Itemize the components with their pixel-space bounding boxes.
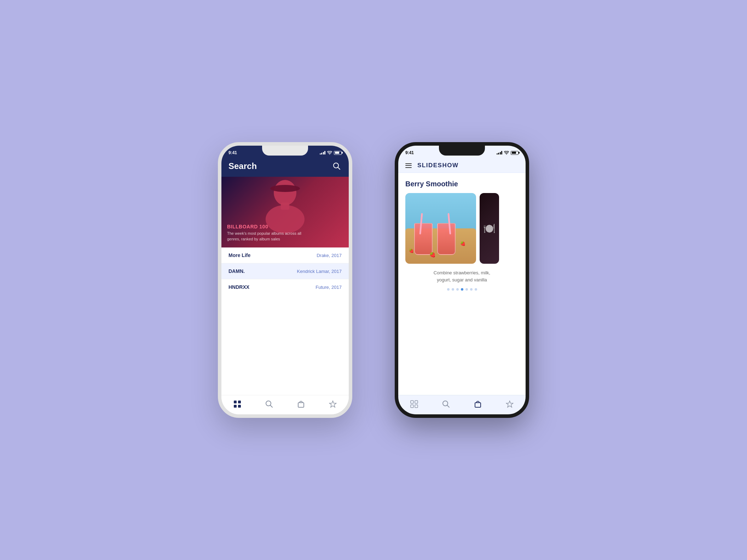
album-list: More Life Drake, 2017 DAMN. Kendrick Lam…: [221, 247, 349, 395]
slideshow-title: SLIDESHOW: [417, 162, 458, 169]
svg-rect-15: [415, 401, 418, 403]
signal-icon-right: [497, 151, 503, 154]
nav-grid-right[interactable]: [410, 399, 419, 409]
dot-6[interactable]: [470, 288, 473, 291]
svg-rect-9: [238, 405, 241, 408]
svg-rect-7: [238, 401, 241, 403]
album-artist-3: Future, 2017: [315, 285, 342, 290]
svg-rect-20: [475, 403, 481, 407]
left-phone: 9:41 Search: [218, 142, 352, 418]
svg-point-3: [270, 185, 300, 192]
wifi-icon: [327, 151, 332, 155]
album-title-2: DAMN.: [228, 268, 245, 274]
battery-icon-right: [511, 151, 519, 155]
album-row-3[interactable]: HNDRXX Future, 2017: [221, 279, 349, 295]
notch-right: [439, 146, 485, 156]
grid-nav-icon-right: [410, 400, 418, 408]
slide-side-image: 🍽️: [480, 193, 499, 264]
dot-2[interactable]: [452, 288, 454, 291]
slide-dots: [398, 283, 526, 296]
notch: [262, 146, 308, 156]
svg-rect-12: [298, 403, 304, 407]
nav-bag-right[interactable]: [473, 399, 482, 409]
search-button[interactable]: [332, 161, 342, 171]
album-artist-1: Drake, 2017: [317, 253, 342, 258]
nav-star-right[interactable]: [505, 399, 514, 409]
hero-banner: BILLBOARD 100 The week's most popular al…: [221, 177, 349, 247]
hero-badge-desc: The week's most popular albums across al…: [227, 231, 343, 242]
search-nav-icon: [265, 400, 273, 408]
svg-rect-8: [234, 405, 237, 408]
nav-search-left[interactable]: [265, 399, 274, 409]
dot-5[interactable]: [465, 288, 468, 291]
slide-carousel[interactable]: 🍓 🍓 🍓 🍽️: [398, 193, 526, 264]
svg-marker-21: [506, 401, 513, 407]
time-left: 9:41: [228, 150, 237, 155]
nav-search-right[interactable]: [441, 399, 451, 409]
star-nav-icon-right: [506, 400, 514, 408]
bottom-nav-left: [221, 395, 349, 414]
recipe-description: Combine strawberries, milk,yogurt, sugar…: [398, 264, 526, 283]
menu-button[interactable]: [405, 163, 412, 168]
grid-nav-icon: [233, 400, 241, 408]
svg-point-2: [274, 180, 296, 205]
svg-line-19: [447, 406, 450, 408]
battery-icon: [334, 151, 342, 155]
svg-line-11: [271, 406, 273, 408]
svg-marker-13: [330, 401, 336, 407]
bag-nav-icon-right: [474, 400, 482, 408]
album-artist-2: Kendrick Lamar, 2017: [297, 269, 342, 274]
status-icons-left: [320, 151, 342, 155]
dot-3[interactable]: [456, 288, 459, 291]
hero-badge-title: BILLBOARD 100: [227, 224, 343, 229]
bag-nav-icon: [297, 400, 305, 408]
wifi-icon-right: [504, 151, 509, 155]
slideshow-body: Berry Smoothie 🍓 🍓: [398, 173, 526, 395]
album-row-1[interactable]: More Life Drake, 2017: [221, 247, 349, 263]
slideshow-header: SLIDESHOW: [398, 158, 526, 173]
svg-line-1: [338, 168, 340, 170]
hero-badge: BILLBOARD 100 The week's most popular al…: [227, 224, 343, 242]
svg-rect-16: [411, 405, 413, 408]
svg-rect-6: [234, 401, 237, 403]
dot-4-active[interactable]: [461, 288, 463, 291]
search-title: Search: [228, 161, 257, 171]
nav-star-left[interactable]: [328, 399, 337, 409]
search-icon: [333, 162, 341, 170]
dot-7[interactable]: [475, 288, 477, 291]
svg-rect-17: [415, 405, 418, 408]
recipe-title: Berry Smoothie: [398, 180, 526, 188]
slide-main-image: 🍓 🍓 🍓: [405, 193, 476, 264]
signal-icon: [320, 151, 326, 154]
album-title-3: HNDRXX: [228, 284, 249, 290]
search-nav-icon-right: [442, 400, 450, 408]
glass-left: [414, 223, 433, 255]
glass-right: [437, 223, 456, 255]
star-nav-icon: [329, 400, 337, 408]
search-header: Search: [221, 158, 349, 177]
nav-grid-left[interactable]: [233, 399, 242, 409]
time-right: 9:41: [405, 150, 414, 155]
svg-rect-14: [411, 401, 413, 403]
right-phone: 9:41 SLIDESHOW: [395, 142, 529, 418]
bottom-nav-right: [398, 395, 526, 414]
status-icons-right: [497, 151, 519, 155]
nav-bag-left[interactable]: [296, 399, 306, 409]
album-row-2[interactable]: DAMN. Kendrick Lamar, 2017: [221, 263, 349, 279]
dot-1[interactable]: [447, 288, 450, 291]
album-title-1: More Life: [228, 252, 250, 258]
